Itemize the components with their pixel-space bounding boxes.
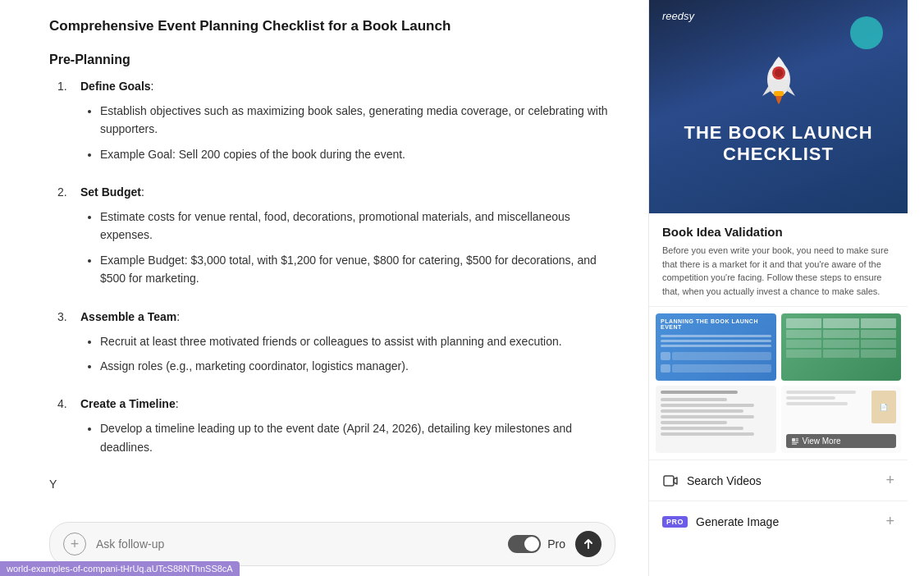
pro-label: Pro: [547, 537, 565, 551]
truncated-text: Y: [49, 478, 615, 491]
bullet-list-1: Establish objectives such as maximizing …: [80, 102, 615, 163]
bullet-item: Example Goal: Sell 200 copies of the boo…: [100, 145, 615, 163]
decorative-circle: [850, 16, 883, 49]
search-videos-row[interactable]: Search Videos +: [649, 459, 908, 501]
planning-list: Define Goals: Establish objectives such …: [49, 79, 615, 463]
bullet-list-4: Develop a timeline leading up to the eve…: [80, 419, 615, 456]
item-title-1: Define Goals: [80, 80, 151, 93]
input-container: + Pro: [49, 522, 615, 566]
svg-point-2: [775, 69, 783, 77]
bullet-item: Assign roles (e.g., marketing coordinato…: [100, 357, 615, 375]
toggle-knob: [524, 537, 539, 551]
svg-rect-3: [774, 91, 784, 96]
bullet-item: Establish objectives such as maximizing …: [100, 102, 615, 139]
search-videos-left: Search Videos: [662, 473, 762, 489]
thumbnail-4: 📄 View More: [781, 386, 902, 453]
generate-image-left: PRO Generate Image: [662, 515, 779, 528]
book-idea-text: Before you even write your book, you nee…: [662, 244, 894, 298]
item-title-3: Assemble a Team: [80, 310, 176, 323]
section-heading-preplanning: Pre-Planning: [49, 53, 615, 67]
rocket-icon: [754, 48, 803, 114]
expand-icon: +: [885, 472, 894, 489]
item-title-4: Create a Timeline: [80, 397, 176, 410]
svg-rect-9: [664, 476, 674, 486]
svg-rect-6: [795, 440, 798, 441]
main-content: Comprehensive Event Planning Checklist f…: [0, 0, 648, 576]
url-bar: world-examples-of-compani-tHrUq.aUTcS88N…: [0, 561, 240, 576]
svg-rect-7: [792, 441, 798, 443]
list-item: Assemble a Team: Recruit at least three …: [57, 309, 615, 382]
add-button[interactable]: +: [63, 533, 86, 555]
expand-icon-2: +: [885, 513, 894, 530]
view-more-button[interactable]: View More: [786, 434, 897, 448]
svg-rect-4: [792, 438, 795, 441]
reedsy-logo: reedsy: [662, 10, 694, 22]
svg-rect-8: [792, 443, 797, 445]
thumbnail-grid: Planning the Book Launch Event: [649, 307, 908, 459]
book-idea-title: Book Idea Validation: [662, 225, 894, 239]
video-icon: [662, 473, 679, 489]
bullet-list-2: Estimate costs for venue rental, food, d…: [80, 208, 615, 288]
generate-image-row[interactable]: PRO Generate Image +: [649, 501, 908, 542]
search-videos-label: Search Videos: [687, 474, 762, 487]
follow-up-input[interactable]: [96, 537, 498, 551]
send-button[interactable]: [575, 531, 602, 557]
list-item: Create a Timeline: Develop a timeline le…: [57, 396, 615, 463]
list-item: Set Budget: Estimate costs for venue ren…: [57, 185, 615, 295]
pro-toggle[interactable]: [508, 535, 541, 553]
thumbnail-2: [781, 313, 902, 381]
bullet-item: Develop a timeline leading up to the eve…: [100, 419, 615, 456]
list-item: Define Goals: Establish objectives such …: [57, 79, 615, 170]
toggle-container: Pro: [508, 535, 565, 553]
svg-rect-5: [795, 438, 798, 440]
item-title-2: Set Budget: [80, 185, 141, 199]
view-more-label: View More: [803, 437, 841, 446]
sidebar: reedsy THE BOOK LAUNCHCHECKLIST Book Ide…: [648, 0, 908, 576]
bullet-item: Example Budget: $3,000 total, with $1,20…: [100, 251, 615, 288]
book-launch-title: THE BOOK LAUNCHCHECKLIST: [684, 122, 872, 166]
book-idea-section: Book Idea Validation Before you even wri…: [649, 213, 908, 307]
bullet-list-3: Recruit at least three motivated friends…: [80, 332, 615, 376]
thumbnail-1: Planning the Book Launch Event: [656, 313, 776, 381]
bullet-item: Recruit at least three motivated friends…: [100, 332, 615, 350]
thumbnail-3: [656, 386, 776, 453]
pro-badge: PRO: [662, 516, 688, 528]
bullet-item: Estimate costs for venue rental, food, d…: [100, 208, 615, 245]
generate-image-label: Generate Image: [696, 515, 779, 528]
rocket-container: [754, 48, 803, 114]
page-title: Comprehensive Event Planning Checklist f…: [49, 16, 615, 36]
hero-image: reedsy THE BOOK LAUNCHCHECKLIST: [649, 0, 908, 213]
